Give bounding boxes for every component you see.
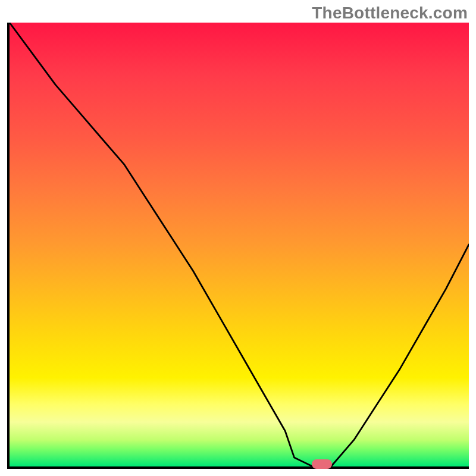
- chart-container: TheBottleneck.com: [0, 0, 476, 476]
- optimal-marker: [312, 459, 332, 469]
- curve-svg: [10, 23, 469, 466]
- plot-area: [7, 23, 469, 469]
- bottleneck-curve: [10, 23, 469, 466]
- watermark-label: TheBottleneck.com: [312, 4, 468, 23]
